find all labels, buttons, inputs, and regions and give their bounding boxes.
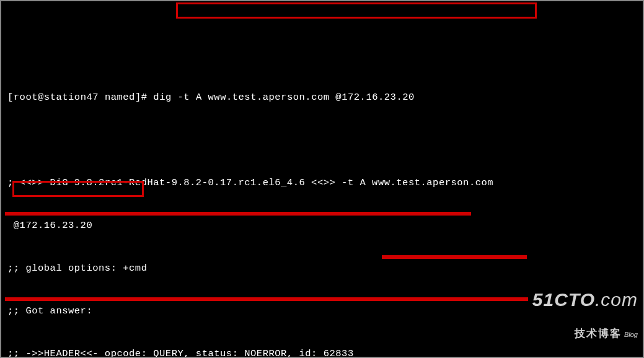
dig-header: ;; ->>HEADER<<- opcode: QUERY, status: N… [7,347,637,358]
dig-banner-line1: ; <<>> DiG 9.8.2rc1-RedHat-9.8.2-0.17.rc… [7,176,637,190]
command-text: dig -t A www.test.aperson.com @172.16.23… [153,92,414,103]
prompt-line[interactable]: [root@station47 named]# dig -t A www.tes… [7,90,637,105]
dig-got-answer: ;; Got answer: [7,304,637,318]
prompt-user: root [14,92,38,103]
highlight-box [176,2,537,19]
prompt-cwd: named [105,92,135,103]
blank-line [7,133,637,147]
prompt-symbol: # [141,92,148,103]
dig-banner-line2: @172.16.23.20 [7,219,637,233]
dig-global-options: ;; global options: +cmd [7,261,637,276]
prompt-host: station47 [44,92,99,103]
terminal[interactable]: [root@station47 named]# dig -t A www.tes… [7,62,637,358]
